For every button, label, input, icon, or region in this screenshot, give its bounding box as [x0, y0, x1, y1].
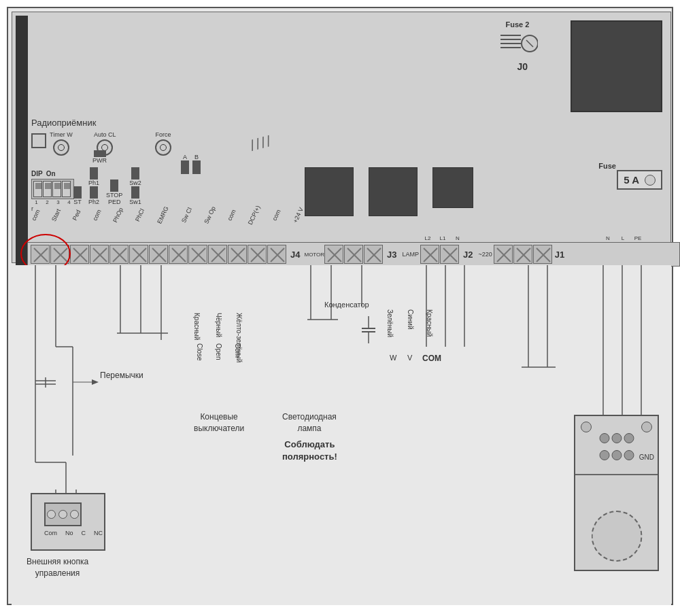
- dip-sw3[interactable]: [52, 181, 61, 197]
- btn-circle3: [70, 510, 79, 519]
- diag-lines: ////: [248, 132, 274, 155]
- open-label: Open: [215, 343, 222, 360]
- sc6: [624, 450, 634, 460]
- j4-terminals: [31, 245, 286, 264]
- polarity-line1: Соблюдать: [282, 439, 337, 451]
- sw2-rect-top: [131, 167, 139, 179]
- pin-nc: NC: [94, 530, 103, 536]
- j1-label: J1: [552, 250, 567, 260]
- gnd-right-label: GND: [639, 454, 654, 461]
- red-wire-label: Красный: [193, 313, 201, 340]
- close-label: Close: [196, 343, 203, 361]
- black-wire-label: Чёрный: [215, 313, 222, 337]
- sc2: [611, 433, 622, 443]
- capacitor-symbol: [358, 316, 379, 353]
- fuse2-area: Fuse 2: [497, 20, 538, 63]
- j4-label: J4: [286, 250, 304, 260]
- main-board: Fuse 2 J0: [7, 7, 673, 605]
- cap-svg: [358, 316, 379, 350]
- limit-sw-line1: Концевые: [194, 411, 244, 423]
- j1t1: [494, 245, 513, 264]
- force-label: Force: [155, 131, 171, 138]
- motor-sub-labels: L2 L1 N: [420, 235, 465, 241]
- ph1-switch: Ph1 Ph2: [88, 167, 99, 205]
- dip-sw1[interactable]: [33, 181, 42, 197]
- mid-sq2: [369, 167, 418, 216]
- j3t2: [344, 245, 363, 264]
- auto-cl-label: Auto CL: [94, 131, 116, 138]
- mid-sq3: [432, 167, 473, 208]
- btn-circle2: [58, 510, 67, 519]
- t1: [31, 245, 50, 264]
- limit-sw-line2: выключатели: [194, 423, 244, 434]
- terminal-strip: J4 MOTOR J3 LAMP J2: [27, 242, 680, 267]
- a-label: A: [181, 154, 189, 160]
- dip-sw2[interactable]: [43, 181, 52, 197]
- st-rect: [73, 186, 82, 199]
- timer-w-dial: [53, 139, 69, 156]
- wiring-svg: [12, 265, 671, 605]
- j0-label: J0: [517, 61, 528, 72]
- power-n: N: [600, 235, 615, 241]
- blue-wire-label: Синий: [407, 309, 414, 330]
- ext-button-box: Com No C NC: [31, 493, 105, 551]
- pwr-label: PWR: [92, 157, 107, 164]
- sc3: [624, 433, 634, 443]
- fuse-5a-box: 5 A: [617, 170, 662, 190]
- motor-text: MOTOR: [304, 252, 324, 258]
- w-label: W: [390, 354, 396, 362]
- pwr-area: PWR: [92, 150, 107, 164]
- limit-sw-label: Концевые выключатели: [194, 411, 244, 434]
- dip-sw4[interactable]: [62, 181, 71, 197]
- ph1-rect-top: [90, 167, 98, 179]
- fuse-5a-value: 5 A: [624, 174, 639, 186]
- j2-label: J2: [459, 250, 477, 260]
- term-lbl-swop: Sw Op: [202, 203, 218, 227]
- term-lbl-com3: com: [224, 205, 239, 226]
- bottom-circle: [591, 511, 642, 562]
- stop-switch: STOP PED: [106, 179, 122, 205]
- page-container: Fuse 2 J0: [0, 0, 680, 616]
- force-inner: [160, 144, 167, 151]
- j2t1: [420, 245, 439, 264]
- term-lbl-com1: com: [29, 205, 44, 226]
- btn-circle1: [47, 510, 56, 519]
- led-line1: Светодиодная: [282, 411, 337, 423]
- fuse-label-text: Fuse: [598, 162, 616, 170]
- top-left-screw: [581, 422, 592, 432]
- fuse2-svg: [497, 29, 538, 63]
- dip-label: DIP: [31, 170, 43, 177]
- mid-sq1: [305, 167, 354, 216]
- t10: [208, 245, 227, 264]
- lamp-label: LAMP: [401, 251, 421, 258]
- dip-num2: 2: [42, 199, 52, 205]
- led-line2: лампа: [282, 423, 337, 434]
- power-pe: PE: [630, 235, 645, 241]
- t2: [50, 245, 69, 264]
- motor-l1: L1: [435, 235, 450, 241]
- j2t2: [440, 245, 459, 264]
- ph1-label: Ph1: [88, 179, 99, 186]
- a-area: A: [181, 154, 189, 174]
- right-device: GND: [574, 415, 659, 571]
- polarity-line2: полярность!: [282, 451, 337, 463]
- motor-l2: L2: [420, 235, 435, 241]
- small-connectors2: [599, 450, 634, 460]
- com2-label: COM: [422, 354, 441, 363]
- term-lbl-com4: com: [269, 205, 284, 226]
- mid-divider: [575, 474, 658, 475]
- polarity-label: Соблюдать полярность!: [282, 439, 337, 463]
- top-screw: [641, 422, 652, 432]
- timer-w-label: Timer W: [50, 131, 73, 138]
- stop-label: STOP: [106, 192, 122, 199]
- a-rect: [181, 160, 189, 174]
- dip-header: DIP On: [31, 170, 74, 177]
- svg-marker-84: [92, 379, 99, 385]
- sw2-switch: Sw2 Sw1: [129, 167, 141, 205]
- timer-w-component: Timer W: [50, 131, 73, 157]
- timer-w-inner: [58, 144, 65, 151]
- dip-num4: 4: [64, 199, 74, 205]
- pwr-rect: [94, 150, 106, 157]
- t11: [228, 245, 247, 264]
- j2-terminals: [420, 245, 459, 264]
